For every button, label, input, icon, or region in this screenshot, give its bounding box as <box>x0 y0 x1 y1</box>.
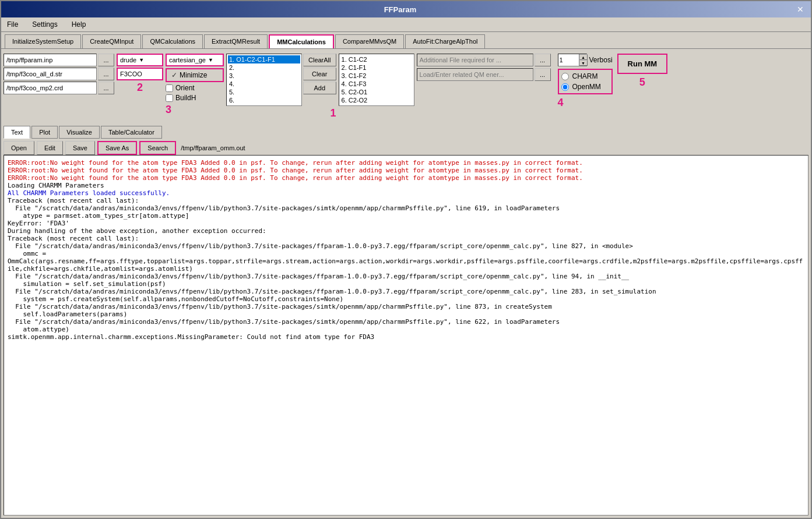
toolbar-row: Open Edit Save Save As Search /tmp/ffpar… <box>3 141 809 155</box>
drude-arrow: ▼ <box>139 57 144 63</box>
annotation-3: 3 <box>166 104 224 116</box>
spinner-down-btn[interactable]: ▼ <box>579 60 588 66</box>
right-dihedral-4[interactable]: 4. C1-F3 <box>340 80 413 88</box>
minimize-label: Minimize <box>180 71 207 79</box>
annotation-2: 2 <box>137 82 143 94</box>
run-mm-button[interactable]: Run MM <box>617 54 668 74</box>
openmm-radio[interactable] <box>561 83 569 91</box>
right-dihedral-3[interactable]: 3. C1-F2 <box>340 72 413 80</box>
orient-checkbox[interactable] <box>166 84 173 92</box>
sub-tab-text[interactable]: Text <box>3 126 30 139</box>
main-tabs: InitializeSystemSetup CreateQMInput QMCa… <box>1 32 811 49</box>
dihedral-item-4[interactable]: 4. <box>228 80 300 88</box>
openmm-radio-row: OpenMM <box>561 83 609 91</box>
right-dihedral-6[interactable]: 6. C2-O2 <box>340 96 413 104</box>
menu-settings[interactable]: Settings <box>30 19 59 30</box>
text-output[interactable]: ERROR:root:No weight found for the atom … <box>3 155 809 516</box>
additional-file-row: ... <box>417 54 551 66</box>
openmm-label: OpenMM <box>572 83 601 91</box>
annotation-5: 5 <box>639 76 645 89</box>
tab-createqm[interactable]: CreateQMInput <box>82 34 141 48</box>
qm-energy-browse-btn[interactable]: ... <box>535 68 551 81</box>
file-inputs: ... ... ... <box>3 54 114 94</box>
annotation-1: 1 <box>226 107 336 119</box>
dihedral-item-5[interactable]: 5. <box>228 88 300 96</box>
qm-energy-row: ... <box>417 68 551 81</box>
sub-tabs: Text Plot Visualize Table/Calculator <box>3 123 809 139</box>
buildh-checkbox[interactable] <box>166 94 173 102</box>
file-row-1: ... <box>3 54 114 66</box>
verbosity-spinner: ▲ ▼ <box>558 54 587 66</box>
charm-radio-row: CHARM <box>561 72 609 80</box>
edit-button[interactable]: Edit <box>37 141 63 155</box>
browse-btn-2[interactable]: ... <box>98 68 114 80</box>
buildh-checkbox-row: BuildH <box>166 94 224 102</box>
right-dihedral-5[interactable]: 5. C2-O1 <box>340 88 413 96</box>
sub-tab-plot[interactable]: Plot <box>31 126 58 139</box>
right-dihedral-2[interactable]: 2. C1-F1 <box>340 63 413 72</box>
cartesian-label: cartesian_ge <box>169 57 206 63</box>
additional-file-input[interactable] <box>417 54 533 66</box>
orient-checkbox-row: Orient <box>166 84 224 92</box>
drude-dropdown[interactable]: drude ▼ <box>117 54 163 66</box>
verbosity-label: Verbosi <box>589 56 613 64</box>
qm-energy-input[interactable] <box>417 68 533 81</box>
dihedral-item-2[interactable]: 2. <box>228 63 300 72</box>
main-window: FFParam ✕ File Settings Help InitializeS… <box>0 0 812 519</box>
dihedral-list-right[interactable]: 1. C1-C2 2. C1-F1 3. C1-F2 4. C1-F3 5. C… <box>339 54 414 106</box>
save-as-button[interactable]: Save As <box>97 141 137 155</box>
tab-autofit[interactable]: AutoFit:ChargeAlpThol <box>405 34 485 48</box>
file-input-3[interactable] <box>3 82 97 94</box>
menu-bar: File Settings Help <box>1 17 811 32</box>
file-input-1[interactable] <box>3 54 97 66</box>
file-input-2[interactable] <box>3 68 97 80</box>
title-bar: FFParam ✕ <box>1 1 811 17</box>
dihedral-list-left[interactable]: 1. O1-C2-C1-F1 2. 3. 4. 5. 6. <box>226 54 302 106</box>
spinner-arrows: ▲ ▼ <box>579 54 588 66</box>
spinner-up-btn[interactable]: ▲ <box>579 54 588 60</box>
tab-extractqm[interactable]: ExtractQMResult <box>204 34 268 48</box>
controls-row: ... ... ... drude ▼ F3COO <box>3 51 809 122</box>
sub-tab-visualize[interactable]: Visualize <box>59 126 100 139</box>
cartesian-arrow: ▼ <box>208 57 213 63</box>
add-btn[interactable]: Add <box>303 82 336 94</box>
browse-btn-3[interactable]: ... <box>98 82 114 94</box>
menu-file[interactable]: File <box>5 19 20 30</box>
close-button[interactable]: ✕ <box>795 5 806 14</box>
dihedral-item-3[interactable]: 3. <box>228 72 300 80</box>
cartesian-dropdown[interactable]: cartesian_ge ▼ <box>166 54 224 66</box>
file-row-2: ... <box>3 68 114 80</box>
save-button[interactable]: Save <box>65 141 95 155</box>
content-area: ... ... ... drude ▼ F3COO <box>1 49 811 518</box>
sub-tab-table[interactable]: Table/Calculator <box>101 126 162 139</box>
open-button[interactable]: Open <box>3 141 34 155</box>
browse-btn-1[interactable]: ... <box>98 54 114 66</box>
check-mark: ✓ <box>171 71 177 79</box>
drude-label: drude <box>120 57 136 63</box>
verbosity-input[interactable] <box>558 57 579 63</box>
charm-radio[interactable] <box>561 73 569 80</box>
tab-mmcalc[interactable]: MMCalculations <box>269 34 334 48</box>
annotation-4: 4 <box>558 97 613 109</box>
tab-qmcalc[interactable]: QMCalculations <box>142 34 203 48</box>
dihedral-item-1[interactable]: 1. O1-C2-C1-F1 <box>228 55 300 63</box>
charm-label: CHARM <box>572 72 598 80</box>
tab-compareqm[interactable]: CompareMMvsQM <box>335 34 404 48</box>
clear-btn[interactable]: Clear <box>303 68 336 80</box>
minimize-checkbox-row: ✓ Minimize <box>166 68 224 82</box>
f3coo-dropdown[interactable]: F3COO <box>117 68 163 80</box>
right-dihedral-1[interactable]: 1. C1-C2 <box>340 55 413 63</box>
dihedral-item-6[interactable]: 6. <box>228 96 300 104</box>
file-row-3: ... <box>3 82 114 94</box>
menu-help[interactable]: Help <box>69 19 89 30</box>
bottom-section: Text Plot Visualize Table/Calculator Ope… <box>3 123 809 516</box>
search-button[interactable]: Search <box>139 141 176 155</box>
tab-initialize[interactable]: InitializeSystemSetup <box>5 34 81 48</box>
buildh-label: BuildH <box>175 94 196 102</box>
additional-browse-btn[interactable]: ... <box>535 54 551 66</box>
clearall-btn[interactable]: ClearAll <box>303 54 336 66</box>
orient-label: Orient <box>175 84 195 92</box>
file-path-display: /tmp/ffparam_omm.out <box>178 143 247 153</box>
window-title: FFParam <box>6 5 795 14</box>
radio-group: CHARM OpenMM <box>558 69 613 94</box>
